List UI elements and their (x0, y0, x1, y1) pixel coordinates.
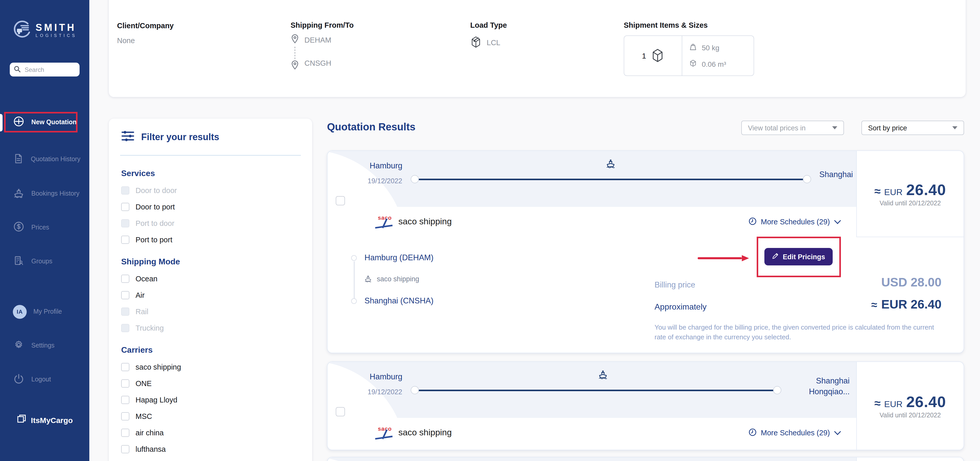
chevron-down-icon (952, 126, 958, 129)
checkbox[interactable] (121, 235, 129, 244)
weight-icon (689, 42, 697, 52)
card-route-header (328, 458, 857, 461)
sliders-icon (121, 130, 135, 145)
filter-title: Filter your results (141, 132, 219, 143)
checkbox (121, 324, 129, 332)
more-schedules-label: More Schedules (29) (761, 429, 830, 437)
cube-icon (689, 59, 697, 69)
sort-dropdown-value: Sort by price (868, 124, 907, 132)
approximately-label: Approximately (654, 302, 706, 312)
quotation-card: Hamburg 19/12/2022 Shanghai ≈ EUR 26.40 … (327, 150, 964, 353)
load-type-value-row: LCL (470, 35, 500, 50)
billing-disclaimer: You will be charged for the billing pric… (654, 323, 942, 342)
quotation-card (327, 457, 964, 461)
timeline-connector (354, 261, 355, 300)
select-quotation-checkbox[interactable] (336, 196, 345, 205)
stacked-squares-icon (16, 414, 27, 426)
avatar: IA (13, 305, 27, 318)
carrier-name: saco shipping (398, 217, 452, 227)
filter-option[interactable]: saco shipping (121, 363, 300, 371)
filter-option[interactable]: Port to port (121, 235, 300, 244)
checkbox[interactable] (121, 379, 129, 388)
brand-name: SMITH (36, 22, 77, 32)
leg-carrier-name: saco shipping (377, 275, 419, 283)
filter-section-services: Services (121, 169, 300, 178)
checkbox[interactable] (121, 429, 129, 437)
filter-option[interactable]: Air (121, 291, 300, 299)
dollar-circle-icon (13, 221, 25, 234)
checkbox[interactable] (121, 445, 129, 453)
origin-code: DEHAM (304, 36, 331, 44)
price-currency: EUR (884, 187, 903, 197)
origin-city: Hamburg (370, 372, 402, 382)
sidebar: SMITH LOGISTICS New Quotation Quotation … (0, 0, 89, 461)
item-volume-row: 0.06 m³ (689, 59, 754, 69)
sidebar-item-new-quotation[interactable]: New Quotation (0, 113, 89, 132)
load-type-label: Load Type (470, 21, 507, 29)
brand-logo: SMITH LOGISTICS (0, 19, 89, 41)
chevron-down-icon (834, 429, 841, 437)
sidebar-item-logout[interactable]: Logout (0, 370, 89, 389)
checkbox[interactable] (121, 363, 129, 371)
departure-date: 19/12/2022 (368, 177, 402, 185)
divider (120, 155, 301, 156)
sidebar-search[interactable] (10, 63, 80, 76)
item-weight: 50 kg (702, 43, 719, 52)
select-quotation-checkbox[interactable] (336, 407, 345, 416)
currency-dropdown[interactable]: View total prices in (741, 121, 844, 135)
sort-dropdown[interactable]: Sort by price (861, 121, 964, 135)
filter-option[interactable]: ONE (121, 379, 300, 388)
search-input[interactable] (24, 65, 75, 74)
nav-label: Settings (31, 342, 54, 349)
filter-option[interactable]: Hapag Lloyd (121, 396, 300, 404)
ship-icon (13, 187, 25, 200)
card-route-header: Hamburg 19/12/2022 Shanghai Hongqiao... (328, 362, 857, 418)
sidebar-item-quotation-history[interactable]: Quotation History (0, 149, 89, 169)
clock-icon (748, 428, 757, 438)
clock-icon (748, 217, 757, 227)
search-icon (14, 65, 21, 74)
checkbox (121, 186, 129, 195)
pencil-icon (772, 253, 778, 261)
more-schedules-link[interactable]: More Schedules (29) (748, 217, 841, 227)
sidebar-item-groups[interactable]: Groups (0, 251, 89, 271)
price-validity: Valid until 20/12/2022 (880, 412, 941, 419)
load-type-value: LCL (487, 38, 500, 47)
carrier-row: saco saco shipping More Schedules (29) (328, 418, 857, 448)
item-count: 1 (642, 51, 646, 60)
filter-option[interactable]: Ocean (121, 275, 300, 283)
sidebar-item-prices[interactable]: Prices (0, 218, 89, 237)
sidebar-item-my-profile[interactable]: IA My Profile (0, 302, 89, 321)
nav-label: New Quotation (31, 119, 76, 126)
shipment-items-label: Shipment Items & Sizes (624, 21, 708, 29)
approx-symbol: ≈ (871, 299, 877, 311)
origin-city: Hamburg (370, 161, 402, 170)
checkbox[interactable] (121, 275, 129, 283)
destination-code: CNSGH (304, 59, 331, 67)
vessel-icon (605, 157, 617, 171)
sidebar-item-bookings-history[interactable]: Bookings History (0, 184, 89, 203)
checkbox[interactable] (121, 291, 129, 299)
item-quantity-cell: 1 (624, 36, 682, 75)
card-route-header: Hamburg 19/12/2022 Shanghai (328, 151, 857, 207)
route-origin-dot (411, 175, 419, 183)
nav-label: Groups (31, 258, 52, 265)
filter-option[interactable]: air china (121, 429, 300, 437)
checkbox[interactable] (121, 396, 129, 404)
sidebar-item-settings[interactable]: Settings (0, 336, 89, 355)
more-schedules-link[interactable]: More Schedules (29) (748, 428, 841, 438)
route-dash-connector (295, 47, 295, 59)
checkbox (121, 307, 129, 316)
checkbox[interactable] (121, 412, 129, 420)
checkbox[interactable] (121, 203, 129, 211)
total-price-panel (856, 458, 964, 461)
plus-circle-icon (13, 116, 25, 129)
filter-section-carriers: Carriers (121, 345, 300, 355)
filter-option[interactable]: Door to port (121, 203, 300, 211)
filter-option[interactable]: lufthansa (121, 445, 300, 453)
route-line (418, 389, 777, 391)
edit-pricings-button[interactable]: Edit Pricings (764, 248, 833, 265)
page-title: Quotation Results (327, 121, 415, 133)
filter-option: Port to door (121, 219, 300, 227)
filter-option[interactable]: MSC (121, 412, 300, 420)
